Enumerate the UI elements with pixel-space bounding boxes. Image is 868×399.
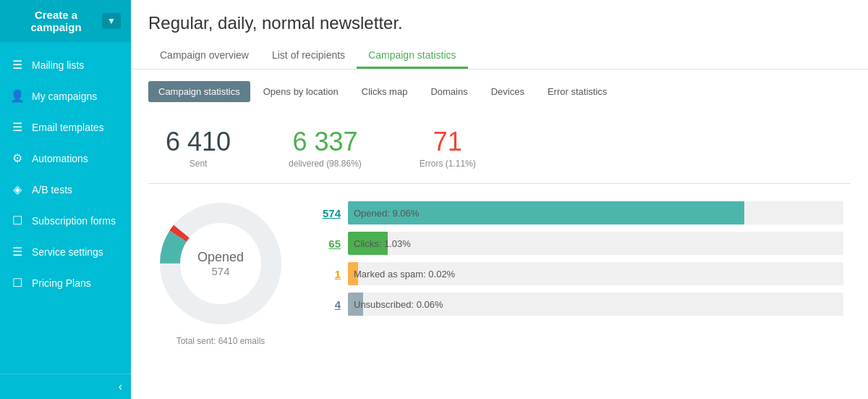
sidebar-label-ab-tests: A/B tests	[32, 184, 72, 196]
bar-count-unsubscribed[interactable]: 4	[315, 298, 341, 311]
bar-label-spam: Marked as spam: 0.02%	[354, 269, 455, 280]
main-content: Regular, daily, normal newsletter. Campa…	[131, 0, 868, 399]
sidebar-icon-pricing-plans: ☐	[10, 276, 25, 290]
bar-label-clicks: Clicks: 1.03%	[354, 238, 411, 249]
sidebar-item-subscription-forms[interactable]: ☐Subscription forms	[0, 205, 131, 236]
sidebar-icon-email-templates: ☰	[10, 120, 25, 134]
stat-sent: 6 410 Sent	[166, 127, 231, 169]
sidebar-icon-mailing-lists: ☰	[10, 58, 25, 72]
secondary-tabs: Campaign statisticsOpens by locationClic…	[148, 81, 851, 102]
sidebar: Create a campaign ▼ ☰Mailing lists👤My ca…	[0, 0, 131, 399]
sidebar-item-mailing-lists[interactable]: ☰Mailing lists	[0, 49, 131, 80]
stat-sent-value: 6 410	[166, 127, 231, 157]
sidebar-label-service-settings: Service settings	[32, 246, 103, 258]
stats-row: 6 410 Sent 6 337 delivered (98.86%) 71 E…	[148, 115, 851, 184]
sidebar-label-my-campaigns: My campaigns	[32, 91, 97, 102]
tab-primary-overview[interactable]: Campaign overview	[148, 43, 260, 69]
donut-center: Opened 574	[197, 250, 244, 277]
sidebar-icon-my-campaigns: 👤	[10, 89, 25, 103]
tab-secondary-error-stats[interactable]: Error statistics	[537, 81, 617, 102]
bar-label-unsubscribed: Unsubscribed: 0.06%	[354, 299, 443, 310]
analytics-section: Opened 574 Total sent: 6410 emails 574Op…	[148, 198, 851, 346]
donut-chart: Opened 574	[156, 198, 286, 329]
tab-primary-recipients[interactable]: List of recipients	[260, 43, 357, 69]
sidebar-nav: ☰Mailing lists👤My campaigns☰Email templa…	[0, 49, 131, 298]
bar-count-spam[interactable]: 1	[315, 268, 341, 280]
sidebar-icon-service-settings: ☰	[10, 245, 25, 259]
tab-secondary-domains[interactable]: Domains	[420, 81, 477, 102]
bars-section: 574Opened: 9.06%65Clicks: 1.03%1Marked a…	[315, 198, 843, 316]
sidebar-label-subscription-forms: Subscription forms	[32, 215, 116, 227]
bar-container-opened: Opened: 9.06%	[348, 201, 843, 224]
sidebar-label-email-templates: Email templates	[32, 122, 104, 133]
bar-label-opened: Opened: 9.06%	[354, 208, 419, 219]
sidebar-item-automations[interactable]: ⚙Automations	[0, 143, 131, 174]
stat-delivered: 6 337 delivered (98.86%)	[289, 127, 362, 169]
bar-row-spam: 1Marked as spam: 0.02%	[315, 262, 843, 285]
stat-delivered-label: delivered (98.86%)	[289, 159, 362, 169]
sidebar-label-automations: Automations	[32, 153, 88, 164]
create-campaign-arrow: ▼	[102, 13, 121, 29]
sidebar-icon-automations: ⚙	[10, 151, 25, 165]
stat-errors: 71 Errors (1.11%)	[420, 127, 476, 169]
tab-secondary-clicks-map[interactable]: Clicks map	[352, 81, 418, 102]
page-title: Regular, daily, normal newsletter.	[148, 13, 851, 33]
create-campaign-label: Create a campaign	[10, 9, 102, 33]
stat-delivered-value: 6 337	[289, 127, 362, 157]
stat-sent-label: Sent	[166, 159, 231, 169]
donut-wrapper: Opened 574 Total sent: 6410 emails	[156, 198, 286, 346]
sidebar-item-email-templates[interactable]: ☰Email templates	[0, 112, 131, 143]
sidebar-bottom: ‹	[0, 374, 131, 399]
bar-row-unsubscribed: 4Unsubscribed: 0.06%	[315, 293, 843, 316]
bar-container-spam: Marked as spam: 0.02%	[348, 262, 843, 285]
sidebar-label-mailing-lists: Mailing lists	[32, 59, 84, 71]
tab-secondary-devices[interactable]: Devices	[481, 81, 535, 102]
primary-tabs: Campaign overviewList of recipientsCampa…	[148, 43, 851, 69]
bar-container-clicks: Clicks: 1.03%	[348, 232, 843, 255]
collapse-icon: ‹	[119, 380, 122, 393]
donut-number: 574	[197, 265, 244, 277]
stat-errors-label: Errors (1.11%)	[420, 159, 476, 169]
main-body: Campaign statisticsOpens by locationClic…	[131, 70, 868, 399]
sidebar-item-my-campaigns[interactable]: 👤My campaigns	[0, 80, 131, 112]
bar-row-opened: 574Opened: 9.06%	[315, 201, 843, 224]
bar-row-clicks: 65Clicks: 1.03%	[315, 232, 843, 255]
tab-secondary-campaign-stats[interactable]: Campaign statistics	[148, 81, 250, 102]
create-campaign-button[interactable]: Create a campaign ▼	[0, 0, 131, 42]
sidebar-item-pricing-plans[interactable]: ☐Pricing Plans	[0, 267, 131, 298]
main-header: Regular, daily, normal newsletter. Campa…	[131, 0, 868, 70]
donut-caption: Total sent: 6410 emails	[176, 336, 265, 346]
sidebar-icon-ab-tests: ◈	[10, 182, 25, 196]
sidebar-item-service-settings[interactable]: ☰Service settings	[0, 236, 131, 267]
sidebar-icon-subscription-forms: ☐	[10, 214, 25, 227]
sidebar-item-ab-tests[interactable]: ◈A/B tests	[0, 174, 131, 205]
tab-secondary-opens-location[interactable]: Opens by location	[253, 81, 349, 102]
tab-primary-statistics[interactable]: Campaign statistics	[357, 43, 467, 69]
stat-errors-value: 71	[420, 127, 476, 157]
bar-count-clicks[interactable]: 65	[315, 238, 341, 250]
sidebar-collapse-button[interactable]: ‹	[0, 374, 131, 399]
bar-count-opened[interactable]: 574	[315, 207, 341, 219]
bar-container-unsubscribed: Unsubscribed: 0.06%	[348, 293, 843, 316]
sidebar-label-pricing-plans: Pricing Plans	[32, 277, 91, 289]
donut-label: Opened	[197, 250, 244, 265]
